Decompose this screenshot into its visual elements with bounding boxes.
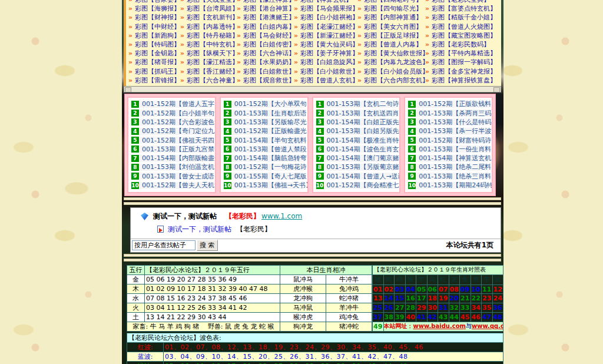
list-item-link[interactable]: 001-154期【脑筋急转弯】 [234,154,309,163]
list-item-link[interactable]: 001-152期【大小单双句】 [234,100,309,108]
list-item-link[interactable]: 001-152期【佛祖天书四肖】 [142,136,216,145]
list-item[interactable]: 1 001-152期【正版欲钱料】 [408,101,489,108]
list-item-link[interactable]: 001-155期【奇人七尾版】 [234,172,309,181]
list-item-link[interactable]: 001-152期【曾道人五字诗】 [142,100,216,108]
link-item[interactable]: »彩图【观音救世】 [237,76,294,85]
link-item[interactable]: »彩图【濠江精选】 [180,58,237,67]
link-label[interactable]: 彩图【四句输尽光】 [364,5,422,12]
list-item-link[interactable]: 001-154期【极准生肖特码诗】 [327,136,401,145]
link-item[interactable]: »彩图【新濠江赌经】 [294,31,357,40]
link-label[interactable]: 彩图【内幕九龙波色】 [364,58,425,66]
list-item-link[interactable]: 001-154期【神算送玄机】 [419,154,493,163]
link-item[interactable]: »彩图【水果奶奶】 [237,58,294,67]
link-label[interactable]: 彩图【神算报铁算盘】 [432,77,496,84]
list-item-link[interactable]: 001-153期【生肖歇后语】 [234,109,309,118]
link-item[interactable]: »彩图【猪哥报】 [128,58,180,67]
link-item[interactable]: »彩图【马会财经】 [237,31,294,40]
link-label[interactable]: 彩图【白小姐祺袍】 [300,14,357,21]
link-item[interactable]: »彩图【财神报】 [128,13,180,22]
list-item[interactable]: 9 001-154期【曾道人→送两波】 [316,173,397,180]
link-item[interactable]: »彩图【抓码王】 [128,67,180,76]
list-item[interactable]: 8 001-153期【刘伯温玄机诗】 [131,164,212,171]
list-item[interactable]: 6 001-153期【曾道人禁段】 [224,145,304,153]
link-label[interactable]: 彩图【姜子牙神算】 [300,49,357,57]
link-item[interactable]: »彩图【台湾凤姐】 [180,4,237,13]
list-item-link[interactable]: 001-153期【杀一行半波】 [419,127,493,135]
list-item-link[interactable]: 001-153期【绝杀二尾料】 [419,163,493,171]
link-label[interactable]: 彩图【观音救世】 [243,77,294,84]
link-label[interactable]: 彩图【特码图】 [135,41,180,48]
search-button[interactable]: 搜 索 [197,240,218,251]
link-item[interactable]: »彩图【中特玄机】 [180,40,237,49]
list-item-link[interactable]: 001-153期【白姐另版先锋诗】 [327,127,401,135]
list-item-link[interactable]: 001-153期【一份生肖料】 [419,145,493,154]
link-label[interactable]: 彩图【内幕透特】 [187,23,237,31]
link-label[interactable]: 彩图【玄机新刊】 [187,14,237,21]
link-label[interactable]: 彩图【中特玄机】 [187,41,237,48]
link-label[interactable]: 彩图【濠江神算】 [243,0,294,4]
list-item[interactable]: 3 001-153期【另版输尽光】 [224,118,304,125]
link-label[interactable]: 彩图【曾道人火烧图】 [432,23,496,31]
list-item[interactable]: 2 001-153期【杀两肖三码】 [408,110,489,117]
list-item[interactable]: 6 001-154期【波色生肖玄机诗】 [316,145,397,153]
list-item-link[interactable]: 001-154期【曾道人→送两波】 [327,172,401,181]
link-item[interactable]: »彩图【藏宝图攻略图】 [425,31,500,40]
list-item-link[interactable]: 001-154期【内部版輸盡光】 [142,154,216,163]
list-item[interactable]: 2 001-152期【白小姐半句诗】 [131,110,212,117]
link-label[interactable]: 彩图【马会财经】 [243,32,294,39]
list-item-link[interactable]: 001-153期【玄机送四肖四码】 [327,109,401,118]
link-item[interactable]: »彩图【合家婆】 [128,0,180,4]
list-item[interactable]: 5 001-152期【财富特码诗】 [408,137,489,144]
link-item[interactable]: »彩图【港台神算】 [237,4,294,13]
link-label[interactable]: 彩图【港澳赌王】 [243,14,294,21]
link-item[interactable]: »彩图【正版足球报】 [357,31,425,40]
list-item[interactable]: 5 001-154期【半句玄机料】 [224,137,304,144]
link-label[interactable]: 彩图【黄大仙救世报】 [364,49,425,57]
link-item[interactable]: »彩图【图报一字解码】 [425,58,500,67]
link-item[interactable]: »彩图【香江赌经】 [180,67,237,76]
link-label[interactable]: 彩图【内部神算通】 [364,14,422,21]
link-label[interactable]: 彩图【精版千金小姐】 [432,14,496,21]
list-item[interactable]: 10 001-152期【曾夫人天机诗】 [131,182,212,189]
link-label[interactable]: 彩图【特丹秘籍】 [187,32,237,39]
list-item[interactable]: 9 001-155期【奇人七尾版】 [224,173,304,180]
list-item-link[interactable]: 001-153期【正版九宫禁肖】 [142,145,216,154]
list-item[interactable]: 7 001-154期【内部版輸盡光】 [131,155,212,162]
link-item[interactable]: »彩图【老彩民数码】 [425,40,500,49]
link-label[interactable]: 彩图【马会频果报】 [300,5,357,12]
link-item[interactable]: »彩图【平特内幕精选】 [425,49,500,58]
list-item[interactable]: 8 001-152期【一句梅花诗】 [224,164,304,171]
list-item-link[interactable]: 001-153期【刘伯温玄机诗】 [142,163,216,171]
thread-url-link[interactable]: www.1.com [261,212,302,220]
link-label[interactable]: 彩图【猪哥报】 [135,58,180,66]
list-item-link[interactable]: 001-154期【波色生肖玄机诗】 [327,145,401,154]
list-item[interactable]: 10 001-153期【期期24码特】 [408,182,489,189]
list-item-link[interactable]: 001-152期【商会精准七尾料】 [327,181,401,190]
link-item[interactable]: »彩图【神算报铁算盘】 [425,76,500,85]
link-item[interactable]: »彩图【内幕透特】 [180,22,237,31]
link-label[interactable]: 彩图【美女六肖图】 [364,23,422,31]
link-label[interactable]: 彩图【金钥匙】 [135,49,180,57]
link-label[interactable]: 彩图【白姐内幕】 [243,23,294,31]
link-label[interactable]: 彩图【神算玄机】 [300,0,352,4]
link-item[interactable]: »彩图【白姐传密】 [237,40,294,49]
link-item[interactable]: »彩图【曾道人玄机】 [294,76,357,85]
search-input[interactable] [132,240,196,250]
list-item[interactable]: 10 001-153期【佛祖→天书】 [224,182,304,189]
link-label[interactable]: 彩图【海狮报】 [135,5,180,12]
link-label[interactable]: 彩图【新濠江赌经】 [300,32,357,39]
list-item-link[interactable]: 001-153期【另版输尽光】 [234,118,309,127]
link-label[interactable]: 彩图【天线宝宝】 [187,0,237,4]
link-label[interactable]: 彩图【台湾凤姐】 [187,5,237,12]
link-item[interactable]: »彩图【白姐内幕】 [237,22,294,31]
list-item[interactable]: 5 001-152期【佛祖天书四肖】 [131,137,212,144]
link-item[interactable]: »彩图【雷锋报】 [128,76,180,85]
link-label[interactable]: 彩图【六合神话】 [243,49,294,57]
list-item-link[interactable]: 001-153期【杀两肖三码】 [419,109,493,118]
list-item-link[interactable]: 001-152期【一句梅花诗】 [234,163,309,171]
list-item-link[interactable]: 001-153期【期期24码特】 [419,181,493,190]
link-item[interactable]: »彩图【白姐救世】 [237,67,294,76]
list-item-link[interactable]: 001-153期【玄机二句诗加送】 [327,100,401,108]
link-label[interactable]: 彩图【六合神童】 [187,77,237,84]
horizontal-scrollbar[interactable] [124,86,501,92]
